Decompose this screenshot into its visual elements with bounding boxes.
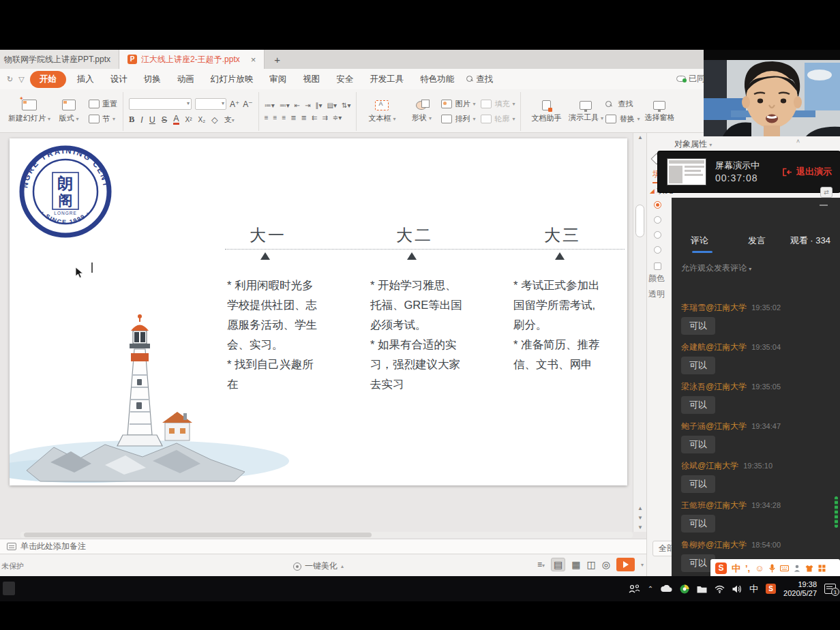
subscript-button[interactable]: X₂ <box>198 116 206 123</box>
panel-collapse-caret-icon[interactable]: ＾ <box>794 137 802 147</box>
numbered-list-icon[interactable]: ≕▾ <box>280 102 290 109</box>
textbox-button[interactable]: 文本框 ▾ <box>362 100 402 123</box>
taskbar-clock[interactable]: 19:38 2020/5/27 <box>783 580 817 598</box>
allow-comments-dropdown[interactable]: 允许观众发表评论 ▾ <box>681 262 751 274</box>
tab-document-1[interactable]: 物联网学院线上讲座PPT.pptx <box>0 50 119 69</box>
replace-button[interactable]: 替换▾ <box>605 114 640 124</box>
menu-item[interactable]: 安全 <box>328 72 361 87</box>
menu-item[interactable]: 幻灯片放映 <box>202 72 262 87</box>
fill-option-radio[interactable] <box>654 231 661 239</box>
increase-indent-icon[interactable]: ⇥ <box>305 102 310 109</box>
tray-expand-icon[interactable]: ⌃ <box>648 585 653 592</box>
scroll-down-icon[interactable]: ▼ <box>638 524 643 530</box>
fill-button[interactable]: 填充▾ <box>481 99 515 109</box>
menu-item[interactable]: 特色功能 <box>412 72 462 87</box>
cloud-sync-status[interactable]: 已同 <box>676 73 705 85</box>
timeline-title-year2[interactable]: 大二 <box>391 224 438 246</box>
slide-horizontal-scrollbar[interactable] <box>20 532 633 538</box>
shape-button[interactable]: 形状 ▾ <box>402 101 441 123</box>
sogou-tray-icon[interactable]: S <box>766 584 776 594</box>
cloud-tray-icon[interactable] <box>661 585 672 592</box>
ime-keyboard-icon[interactable] <box>780 565 789 571</box>
timeline-title-year3[interactable]: 大三 <box>539 224 586 246</box>
notes-toggle-icon[interactable]: ≡▾ <box>537 560 545 569</box>
superscript-button[interactable]: X² <box>185 116 192 123</box>
find-button[interactable]: 查找 <box>605 99 640 109</box>
volume-tray-icon[interactable] <box>732 585 742 593</box>
strikethrough-button[interactable]: S <box>162 115 167 125</box>
menu-item[interactable]: 视图 <box>295 72 328 87</box>
menu-item[interactable]: 动画 <box>169 72 202 87</box>
slideshow-play-button[interactable] <box>616 558 635 571</box>
present-tools-button[interactable]: 演示工具 ▾ <box>566 101 605 123</box>
ime-profile-icon[interactable] <box>794 565 800 572</box>
panel-title[interactable]: 对象属性 ▾ <box>674 138 712 150</box>
antivirus-tray-icon[interactable] <box>680 584 689 594</box>
clear-format-button[interactable]: ◇ <box>211 115 218 125</box>
bullet-list-icon[interactable]: ≔▾ <box>265 102 275 109</box>
ime-punctuation-icon[interactable]: ’, <box>745 564 750 573</box>
fill-option-radio[interactable] <box>654 216 661 224</box>
beautify-button[interactable]: 一键美化 ▴ <box>293 560 344 572</box>
picture-button[interactable]: 图片▾ <box>441 99 475 109</box>
decrease-font-button[interactable]: A⁻ <box>243 100 252 109</box>
bold-button[interactable]: B <box>129 115 134 125</box>
slide-canvas[interactable]: LONGRE TRAINING CENTER · SINCE 1999 · 朗 … <box>10 138 627 485</box>
text-align-box-icon[interactable]: ▤▾ <box>327 102 337 109</box>
font-size-select[interactable] <box>195 98 226 110</box>
play-options-caret-icon[interactable]: ▾ <box>641 562 644 568</box>
paragraph-more-icon[interactable]: ≑▾ <box>333 114 342 121</box>
menu-item[interactable]: 设计 <box>102 72 136 87</box>
doc-assistant-button[interactable]: 文档助手 <box>526 100 566 123</box>
new-tab-button[interactable]: + <box>265 50 290 69</box>
slide-vertical-scrollbar[interactable]: ▲ ▲ ▼ ▼ <box>633 133 646 532</box>
folder-tray-icon[interactable] <box>697 585 707 593</box>
taskbar-app-icon[interactable] <box>3 582 15 595</box>
next-slide-icon[interactable]: ▼ <box>638 515 643 521</box>
paragraph-spacing-icon[interactable]: ⇉ <box>322 114 327 121</box>
exit-presentation-button[interactable]: 退出演示 <box>782 166 832 178</box>
reading-view-button[interactable]: ◫ <box>587 559 596 570</box>
timeline-title-year1[interactable]: 大一 <box>244 224 292 246</box>
text-tool-button[interactable]: 支▾ <box>224 115 235 125</box>
quick-access-caret-icon[interactable]: ▽ <box>18 75 24 84</box>
line-spacing-icon[interactable]: ⇅▾ <box>342 102 350 109</box>
ime-toolbox-icon[interactable] <box>818 565 826 572</box>
section-button[interactable]: 节▾ <box>89 114 117 124</box>
align-left-icon[interactable]: ≡ <box>265 114 269 121</box>
panel-swap-icon[interactable]: ⇄ <box>820 187 832 198</box>
chat-tab-comments[interactable]: 评论 <box>691 235 708 247</box>
italic-button[interactable]: I <box>140 115 142 125</box>
tab-close-icon[interactable]: × <box>251 55 256 65</box>
chat-scrollbar-thumb[interactable] <box>835 496 838 528</box>
chat-tab-speak[interactable]: 发言 <box>748 235 766 247</box>
menu-item[interactable]: 开发工具 <box>361 72 412 87</box>
scrollbar-thumb[interactable] <box>24 532 372 537</box>
zoom-view-button[interactable]: ◎ <box>602 559 610 570</box>
distribute-icon[interactable]: ≣ <box>301 114 307 121</box>
ime-skin-icon[interactable] <box>805 565 813 572</box>
outline-button[interactable]: 轮廓▾ <box>481 114 515 124</box>
align-center-icon[interactable]: ≡ <box>273 114 278 121</box>
layout-button[interactable]: 版式 ▾ <box>49 100 89 123</box>
chat-minimize-icon[interactable] <box>820 205 828 206</box>
scrollbar-thumb[interactable] <box>635 205 644 237</box>
timeline-text-year2[interactable]: * 开始学习雅思、 托福、GRE等出国 必须考试。 * 如果有合适的实 习，强烈… <box>370 275 478 394</box>
menu-item[interactable]: 开始 <box>30 71 66 88</box>
menu-item[interactable]: 切换 <box>136 72 169 87</box>
justify-icon[interactable]: ≣ <box>290 114 296 121</box>
wifi-tray-icon[interactable] <box>715 585 725 593</box>
timeline-text-year3[interactable]: * 考试正式参加出 国留学所需考试, 刷分。 * 准备简历、推荐 信、文书、网申 <box>513 275 621 374</box>
columns-icon[interactable]: ⇇ <box>312 114 317 121</box>
align-right-icon[interactable]: ≡ <box>282 114 286 121</box>
select-pane-button[interactable]: 选择窗格 <box>640 101 679 123</box>
scroll-up-icon[interactable]: ▲ <box>638 134 643 140</box>
previous-slide-icon[interactable]: ▲ <box>638 505 643 511</box>
fill-option-radio[interactable] <box>654 201 661 209</box>
arrange-button[interactable]: 排列▾ <box>441 114 475 124</box>
fill-option-checkbox[interactable] <box>654 262 661 270</box>
undo-icon[interactable]: ↻ <box>7 75 13 84</box>
slide-sorter-view-button[interactable]: ▦ <box>571 559 580 570</box>
ime-emoji-icon[interactable]: ☺ <box>755 564 764 573</box>
notes-bar[interactable]: 单击此处添加备注 <box>0 539 646 554</box>
